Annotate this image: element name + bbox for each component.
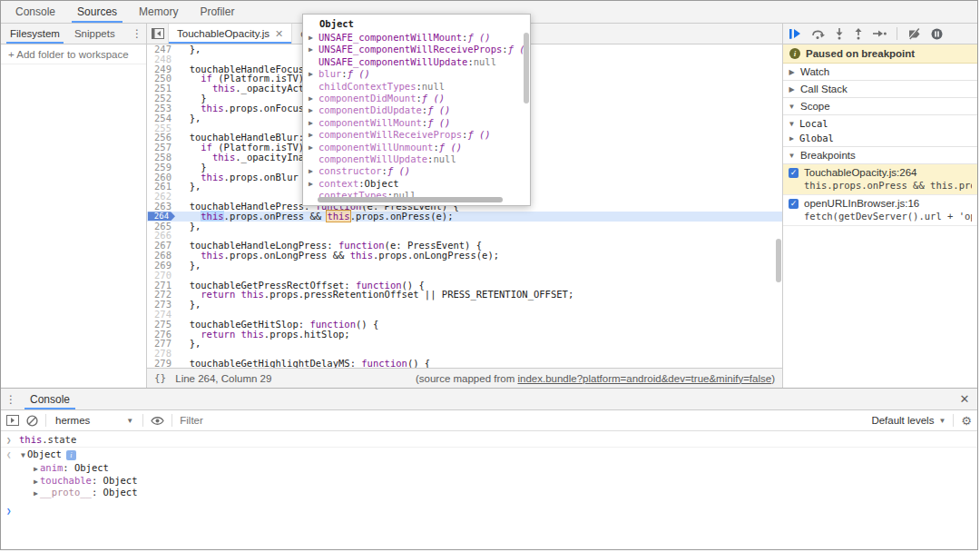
step-out-button[interactable] (854, 28, 863, 40)
code-line-text: }, (178, 222, 782, 232)
popup-property-row[interactable]: ▶componentWillReceiveProps: ƒ () (303, 129, 530, 141)
triangle-right-icon[interactable]: ▶ (309, 68, 318, 80)
tab-console[interactable]: Console (5, 1, 66, 23)
popup-property-row[interactable]: UNSAFE_componentWillUpdate: null (303, 56, 530, 68)
line-number[interactable]: 270 (147, 271, 178, 281)
triangle-right-icon[interactable]: ▶ (32, 463, 40, 476)
js-context-selector[interactable]: hermes ▼ (54, 415, 135, 426)
result-child-row[interactable]: ▶anim: Object (32, 462, 977, 475)
triangle-right-icon[interactable]: ▶ (309, 142, 318, 153)
triangle-right-icon[interactable]: ▶ (309, 104, 318, 116)
code-line[interactable]: 276 return this.props.hitSlop; (147, 330, 782, 340)
popup-horizontal-scrollbar[interactable] (318, 197, 503, 202)
add-folder-to-workspace-button[interactable]: + Add folder to workspace (1, 44, 146, 64)
section-watch[interactable]: ▶Watch (783, 64, 977, 81)
popup-property-row[interactable]: componentWillUpdate: null (303, 153, 530, 165)
code-line[interactable]: 279 touchableGetHighlightDelayMS: functi… (147, 359, 782, 368)
scope-item-local[interactable]: ▼Local (783, 116, 977, 131)
colon: : (92, 475, 103, 488)
step-over-button[interactable] (811, 28, 825, 39)
code-line[interactable]: 277 }, (147, 339, 782, 349)
section-breakpoints[interactable]: ▼ Breakpoints (783, 147, 977, 164)
popup-property-row[interactable]: ▶componentDidMount: ƒ () (303, 93, 530, 104)
resume-script-button[interactable] (789, 28, 801, 39)
step-into-button[interactable] (835, 28, 844, 40)
scope-item-global[interactable]: ▶Global (783, 131, 977, 145)
popup-property-row[interactable]: childContextTypes: null (303, 81, 530, 93)
triangle-right-icon[interactable]: ▶ (309, 93, 318, 104)
line-number[interactable]: 279 (147, 359, 178, 368)
breakpoint-checkbox[interactable]: ✓ (789, 199, 799, 209)
console-prompt[interactable]: ❯ (1, 505, 977, 518)
popup-property-row[interactable]: ▶UNSAFE_componentWillReceiveProps: ƒ () (303, 44, 530, 55)
live-expression-eye-icon[interactable] (151, 416, 164, 426)
line-number[interactable]: 264264 (147, 212, 178, 222)
triangle-right-icon[interactable]: ▶ (309, 165, 318, 177)
code-line[interactable]: 272 return this.props.pressRetentionOffs… (147, 290, 782, 300)
deactivate-breakpoints-button[interactable] (907, 28, 921, 40)
section-call-stack[interactable]: ▶Call Stack (783, 81, 977, 98)
pause-on-exceptions-button[interactable] (931, 28, 943, 40)
triangle-right-icon[interactable]: ▶ (32, 476, 40, 488)
line-number[interactable]: 275 (147, 320, 178, 330)
drawer-menu-icon[interactable]: ⋮ (1, 389, 21, 409)
code-line[interactable]: 264264 this.props.onPress && this.props.… (147, 212, 782, 222)
breakpoint-entry[interactable]: ✓TouchableOpacity.js:264this.props.onPre… (783, 164, 977, 195)
popup-property-row[interactable]: ▶constructor: ƒ () (303, 165, 530, 177)
triangle-down-icon[interactable]: ▼ (19, 449, 27, 462)
triangle-right-icon (309, 153, 318, 165)
breakpoint-checkbox[interactable]: ✓ (789, 168, 799, 178)
tab-profiler[interactable]: Profiler (189, 1, 245, 23)
show-console-sidebar-icon[interactable] (6, 415, 19, 426)
triangle-right-icon[interactable]: ▶ (309, 44, 318, 55)
popup-property-row[interactable]: ▶componentDidUpdate: ƒ () (303, 104, 530, 116)
popup-property-row[interactable]: ▶componentWillUnmount: ƒ () (303, 142, 530, 153)
popup-property-row[interactable]: ▶context: Object (303, 178, 530, 190)
pretty-print-icon[interactable]: {} (154, 372, 166, 384)
console-filter-input[interactable] (180, 415, 397, 426)
tab-memory[interactable]: Memory (128, 1, 189, 23)
navigator-more-menu-icon[interactable]: ⋮ (128, 24, 146, 44)
code-line[interactable]: 268 this.props.onLongPress && this.props… (147, 251, 782, 261)
triangle-right-icon (309, 56, 318, 68)
popup-property-row[interactable]: ▶componentWillMount: ƒ () (303, 117, 530, 129)
close-tab-icon[interactable]: ✕ (275, 28, 283, 40)
popup-property-row[interactable]: ▶blur: ƒ () (303, 68, 530, 80)
triangle-right-icon[interactable]: ▶ (309, 117, 318, 129)
breakpoint-entry[interactable]: ✓openURLInBrowser.js:16fetch(getDevServe… (783, 195, 977, 226)
line-number[interactable]: 254 (147, 113, 178, 123)
clear-console-icon[interactable] (26, 415, 38, 427)
navigator-tabbar: FilesystemSnippets ⋮ (1, 24, 146, 44)
property-value: ƒ () (427, 117, 450, 129)
hide-navigator-icon[interactable] (147, 24, 169, 44)
line-number[interactable]: 259 (147, 163, 178, 172)
console-settings-gear-icon[interactable]: ⚙ (961, 414, 972, 428)
editor-scrollbar[interactable] (775, 24, 781, 388)
result-child-row[interactable]: ▶touchable: Object (32, 475, 977, 488)
navigator-tab-filesystem[interactable]: Filesystem (3, 24, 67, 44)
breakpoint-marker[interactable]: 264 (148, 212, 175, 221)
triangle-right-icon[interactable]: ▶ (309, 32, 318, 44)
result-child-row[interactable]: ▶__proto__: Object (32, 487, 977, 499)
source-map-link[interactable]: index.bundle?platform=android&dev=true&m… (517, 373, 771, 384)
step-button[interactable] (873, 28, 887, 39)
close-drawer-icon[interactable]: ✕ (952, 389, 977, 409)
triangle-right-icon[interactable]: ▶ (309, 178, 318, 190)
tab-sources[interactable]: Sources (66, 1, 128, 23)
line-number[interactable]: 248 (147, 54, 178, 64)
code-line[interactable]: 273 }, (147, 300, 782, 310)
editor-tab[interactable]: TouchableOpacity.js✕ (169, 24, 292, 44)
popup-property-row[interactable]: ▶UNSAFE_componentWillMount: ƒ () (303, 32, 530, 44)
code-line[interactable]: 265 }, (147, 222, 782, 232)
console-input-echo[interactable]: ❯this.state (1, 433, 977, 448)
triangle-right-icon[interactable]: ▶ (32, 488, 40, 500)
section-scope[interactable]: ▼Scope (783, 98, 977, 115)
console-result-row[interactable]: ❮▼Objecti (1, 448, 977, 462)
triangle-right-icon[interactable]: ▶ (309, 129, 318, 141)
navigator-tab-snippets[interactable]: Snippets (67, 24, 122, 44)
result-children: ▶anim: Object▶touchable: Object▶__proto_… (1, 462, 977, 499)
tab-console-drawer[interactable]: Console (21, 389, 79, 409)
code-line[interactable]: 269 }, (147, 261, 782, 271)
console-levels-dropdown[interactable]: Default levels ▼ (871, 415, 946, 426)
popup-vertical-scrollbar[interactable] (524, 33, 529, 104)
